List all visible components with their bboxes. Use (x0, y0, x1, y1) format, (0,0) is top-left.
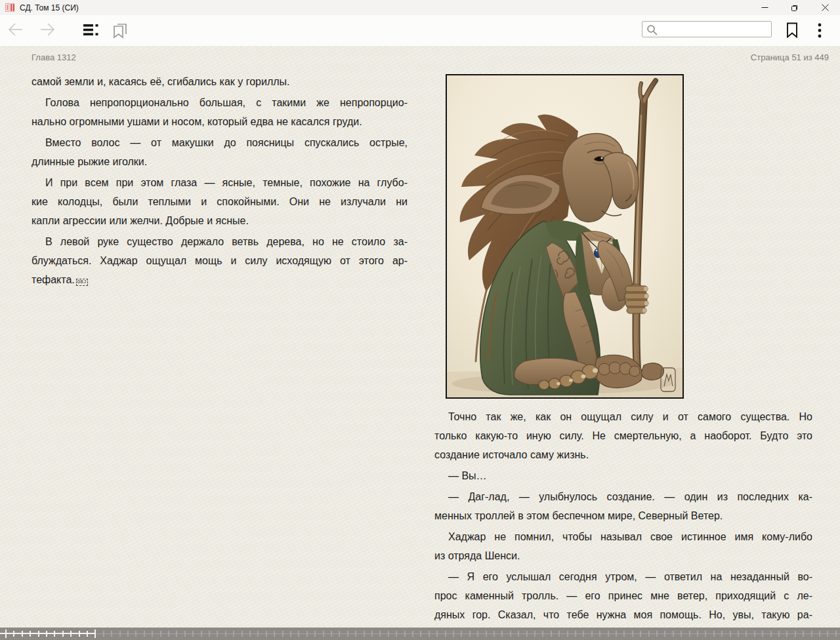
scrubber-tick (477, 631, 478, 637)
scrubber-tick (436, 631, 438, 637)
text-line: — Даг-лад, — улыбнулось создание. — один… (434, 487, 812, 506)
scrubber-tick (445, 631, 446, 637)
scrubber-tick (355, 631, 356, 637)
text-line: самой земли и, касаясь её, сгибались как… (32, 72, 408, 91)
scrubber-tick (461, 631, 462, 637)
scrubber-tick (778, 631, 780, 637)
scrubber-tick (38, 631, 39, 637)
scrubber-tick (705, 631, 706, 637)
red-book-icon (5, 3, 15, 12)
table-of-contents-button[interactable] (83, 24, 98, 35)
scrubber-tick (274, 631, 275, 637)
text-line: — Я его услышал сегодня утром, — ответил… (434, 567, 812, 586)
scrubber-tick (420, 631, 421, 637)
scrubber-tick (144, 631, 145, 637)
scrubber-tick (347, 631, 348, 637)
scrubber-tick (526, 631, 528, 637)
scrubber-tick (5, 630, 7, 638)
scrubber-tick (429, 631, 430, 637)
scrubber-tick (298, 631, 299, 637)
forward-button[interactable] (39, 22, 55, 37)
scrubber-tick (819, 631, 820, 637)
text-line: Голова непропорционально большая, с таки… (32, 93, 408, 112)
scrubber-tick (835, 631, 837, 637)
scrubber-tick (713, 631, 715, 637)
magnifier-icon (646, 24, 658, 35)
scrubber-tick (22, 631, 23, 637)
text-line: Вместо волос — от макушки до поясницы сп… (32, 133, 408, 152)
text-line: Точно так же, как он ощущал силу и от са… (434, 407, 812, 426)
scrubber-tick (542, 631, 543, 637)
text-line: дяных гор. Сказал, что тебе нужна моя по… (434, 605, 812, 624)
restore-button[interactable] (780, 0, 810, 15)
text-line: капли агрессии или желчи. Добрые и ясные… (32, 211, 408, 230)
scrubber-tick (567, 631, 568, 637)
scrubber-tick (453, 631, 454, 637)
scrubber-tick (681, 631, 682, 637)
object-replacement-marker: OBJ (76, 279, 88, 286)
scrubber-tick (201, 631, 202, 637)
scrubber-tick (282, 631, 284, 637)
scrubber-tick (518, 631, 519, 637)
scrubber-tick (558, 631, 560, 637)
scrubber-tick (70, 631, 72, 637)
scrubber-tick (323, 631, 324, 637)
scrubber-tick (111, 631, 112, 637)
scrubber-tick (616, 631, 617, 637)
text-column-right: Точно так же, как он ощущал силу и от са… (434, 72, 812, 626)
scrubber-tick (599, 631, 600, 637)
scrubber-tick (575, 631, 576, 637)
search-input[interactable] (660, 22, 770, 37)
scrubber-tick (721, 631, 723, 637)
scrubber-tick (46, 631, 47, 637)
current-position-tick (94, 630, 96, 638)
progress-scrubber[interactable] (0, 628, 840, 640)
scrubber-tick (494, 631, 495, 637)
bookmarks-stack-icon[interactable] (113, 22, 129, 39)
text-column-left: самой земли и, касаясь её, сгибались как… (32, 72, 408, 291)
page-number-label: Страница 51 из 449 (751, 52, 829, 62)
scrubber-tick (591, 631, 593, 637)
close-button[interactable] (810, 0, 840, 15)
scrubber-tick (176, 631, 177, 637)
scrubber-tick (135, 631, 136, 637)
minimize-button[interactable] (749, 0, 780, 15)
scrubber-tick (689, 631, 690, 637)
scrubber-tick (754, 631, 755, 637)
text-line: кие колодцы, были теплыми и спокойными. … (32, 192, 408, 211)
scrubber-tick (225, 631, 226, 637)
scrubber-tick (152, 631, 153, 637)
scrubber-tick (469, 631, 471, 637)
bookmark-button[interactable] (786, 22, 798, 38)
text-line: — Вы… (434, 466, 812, 485)
scrubber-tick (54, 631, 55, 637)
scrubber-tick (738, 631, 739, 637)
paragraph: самой земли и, касаясь её, сгибались как… (32, 72, 408, 91)
scrubber-tick (811, 631, 812, 637)
scrubber-tick (640, 631, 641, 637)
scrubber-tick (184, 631, 186, 637)
scrubber-tick (103, 631, 104, 637)
book-illustration-troll (446, 74, 684, 399)
scrubber-tick (396, 631, 397, 637)
text-line: нально огромными ушами и носом, который … (32, 112, 408, 131)
scrubber-tick (762, 631, 763, 637)
text-line: В левой руке существо держало ветвь дере… (32, 232, 408, 251)
scrubber-tick (290, 631, 291, 637)
text-line: прос каменный тролль. — его принес мне в… (434, 586, 812, 605)
scrubber-tick (160, 631, 161, 637)
kebab-menu-button[interactable] (818, 23, 822, 38)
scrubber-tick (583, 631, 584, 637)
scrubber-tick (233, 631, 234, 637)
scrubber-tick (746, 631, 747, 637)
scrubber-tick (192, 631, 194, 637)
scrubber-tick (608, 631, 609, 637)
text-line: тефакта.OBJ (32, 270, 408, 289)
scrubber-tick (249, 631, 251, 637)
scrubber-tick (209, 631, 210, 637)
scrubber-tick (632, 631, 633, 637)
scrubber-tick (827, 631, 828, 637)
chapter-label: Глава 1312 (32, 52, 76, 62)
back-button[interactable] (8, 22, 24, 37)
paragraph: Хаджар не помнил, чтобы называл свое ист… (434, 527, 812, 565)
